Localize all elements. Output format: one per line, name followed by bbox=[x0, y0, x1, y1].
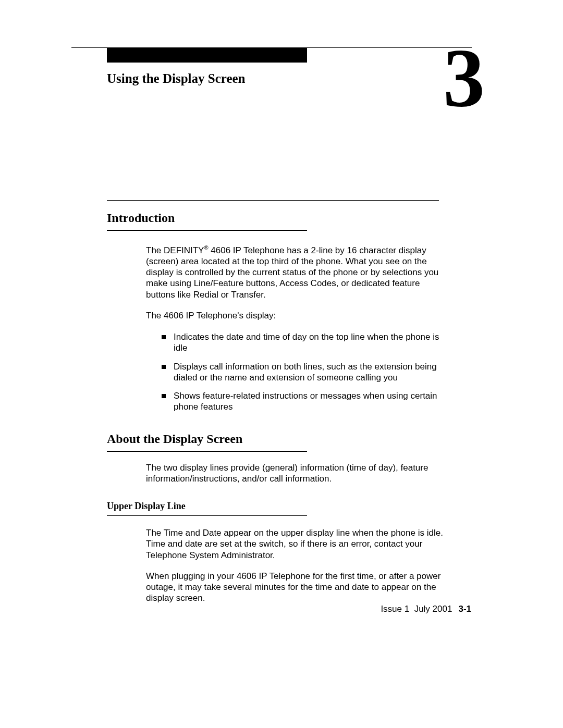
upper-paragraph-1: The Time and Date appear on the upper di… bbox=[146, 527, 443, 561]
about-paragraph-1: The two display lines provide (general) … bbox=[146, 462, 443, 485]
section-heading-about: About the Display Screen bbox=[107, 432, 471, 446]
section-heading-introduction: Introduction bbox=[107, 211, 471, 225]
intro-p1-prefix: The DEFINITY bbox=[146, 245, 204, 255]
upper-paragraph-2: When plugging in your 4606 IP Telephone … bbox=[146, 571, 443, 604]
bullet-icon bbox=[162, 335, 166, 339]
list-item: Indicates the date and time of day on th… bbox=[162, 331, 443, 354]
subsection-heading-upper: Upper Display Line bbox=[107, 501, 471, 512]
bullet-text: Indicates the date and time of day on th… bbox=[174, 331, 443, 354]
intro-paragraph-2: The 4606 IP Telephone's display: bbox=[146, 310, 443, 321]
footer-page-number: 3-1 bbox=[458, 604, 471, 614]
below-header-rule bbox=[107, 200, 439, 201]
footer-issue: Issue 1 bbox=[381, 604, 409, 614]
chapter-black-bar bbox=[107, 48, 307, 63]
registered-mark: ® bbox=[204, 244, 208, 251]
page-footer: Issue 1 July 20013-1 bbox=[381, 604, 471, 614]
bullet-text: Displays call information on both lines,… bbox=[174, 361, 443, 384]
bullet-icon bbox=[162, 365, 166, 369]
section-rule bbox=[107, 230, 307, 231]
list-item: Displays call information on both lines,… bbox=[162, 361, 443, 384]
intro-paragraph-1: The DEFINITY® 4606 IP Telephone has a 2-… bbox=[146, 244, 443, 300]
list-item: Shows feature-related instructions or me… bbox=[162, 390, 443, 413]
chapter-number: 3 bbox=[443, 36, 485, 119]
footer-date: July 2001 bbox=[414, 604, 452, 614]
subsection-rule bbox=[107, 515, 307, 516]
bullet-icon bbox=[162, 394, 166, 398]
intro-bullet-list: Indicates the date and time of day on th… bbox=[162, 331, 443, 413]
chapter-title: Using the Display Screen bbox=[107, 71, 246, 86]
section-rule bbox=[107, 451, 307, 452]
bullet-text: Shows feature-related instructions or me… bbox=[174, 390, 443, 413]
